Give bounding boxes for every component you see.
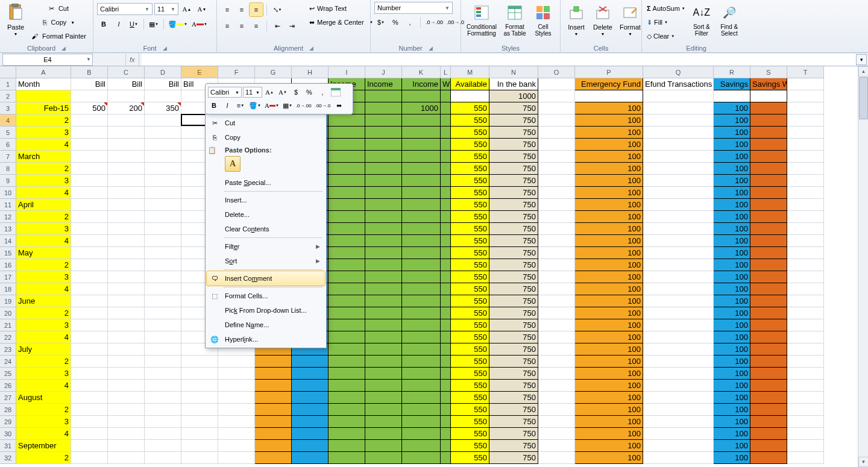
align-right-button[interactable]: ≡: [250, 19, 263, 33]
cell-P16[interactable]: 100: [575, 259, 643, 271]
cell-A22[interactable]: 4: [16, 331, 71, 343]
cell-F25[interactable]: [218, 368, 255, 380]
cell-S2[interactable]: [750, 90, 787, 102]
cell-K12[interactable]: [402, 211, 441, 223]
cell-G29[interactable]: [255, 416, 292, 428]
cell-K23[interactable]: [402, 343, 441, 356]
menu-cut[interactable]: ✂Cut: [207, 116, 325, 130]
cell-T14[interactable]: [787, 235, 824, 247]
cell-I18[interactable]: [329, 283, 365, 295]
row-header-1[interactable]: 1: [0, 78, 16, 90]
cell-K2[interactable]: [402, 90, 441, 102]
cell-T19[interactable]: [787, 295, 824, 307]
cell-S5[interactable]: [750, 127, 787, 139]
cell-N22[interactable]: 750: [489, 331, 538, 343]
cell-C29[interactable]: [108, 416, 145, 428]
col-header-S[interactable]: S: [750, 66, 787, 78]
cell-I6[interactable]: [329, 139, 365, 151]
cell-K30[interactable]: [402, 428, 441, 440]
cell-J17[interactable]: [365, 271, 402, 283]
cell-D4[interactable]: [145, 114, 181, 127]
cell-T32[interactable]: [787, 452, 824, 464]
cell-M4[interactable]: 550: [451, 114, 489, 127]
cell-O3[interactable]: [538, 102, 575, 114]
cell-P14[interactable]: 100: [575, 235, 643, 247]
cell-L31[interactable]: [441, 440, 451, 452]
cell-D2[interactable]: [145, 90, 181, 102]
cell-N3[interactable]: 750: [489, 102, 538, 114]
row-header-27[interactable]: 27: [0, 392, 16, 404]
cell-B21[interactable]: [71, 319, 108, 331]
cell-L11[interactable]: [441, 199, 451, 211]
cell-R27[interactable]: 100: [714, 392, 750, 404]
cell-Q30[interactable]: [643, 428, 714, 440]
cell-G30[interactable]: [255, 428, 292, 440]
cell-S25[interactable]: [750, 368, 787, 380]
cell-B32[interactable]: [71, 452, 108, 464]
cell-G24[interactable]: [255, 356, 292, 368]
cell-E27[interactable]: [181, 392, 218, 404]
cell-L20[interactable]: [441, 307, 451, 319]
font-color-button[interactable]: A▼: [190, 17, 209, 31]
cell-R10[interactable]: 100: [714, 187, 750, 199]
cell-T9[interactable]: [787, 175, 824, 187]
cell-B31[interactable]: [71, 440, 108, 452]
cell-Q24[interactable]: [643, 356, 714, 368]
cell-N21[interactable]: 750: [489, 319, 538, 331]
cell-B27[interactable]: [71, 392, 108, 404]
alignment-launcher[interactable]: ◢: [309, 45, 313, 51]
cell-J32[interactable]: [365, 452, 402, 464]
cell-K4[interactable]: [402, 114, 441, 127]
cell-T23[interactable]: [787, 343, 824, 356]
cell-I10[interactable]: [329, 187, 365, 199]
cell-T25[interactable]: [787, 368, 824, 380]
cell-J9[interactable]: [365, 175, 402, 187]
cell-P3[interactable]: 100: [575, 102, 643, 114]
cell-D28[interactable]: [145, 404, 181, 416]
cell-J11[interactable]: [365, 199, 402, 211]
cell-Q27[interactable]: [643, 392, 714, 404]
cell-J22[interactable]: [365, 331, 402, 343]
cell-C4[interactable]: [108, 114, 145, 127]
cell-I19[interactable]: [329, 295, 365, 307]
cell-N18[interactable]: 750: [489, 283, 538, 295]
cell-H32[interactable]: [292, 452, 329, 464]
cell-O7[interactable]: [538, 151, 575, 163]
col-header-L[interactable]: L: [441, 66, 451, 78]
cell-C1[interactable]: Bill: [108, 78, 145, 90]
cell-D20[interactable]: [145, 307, 181, 319]
cell-M32[interactable]: 550: [451, 452, 489, 464]
cell-N5[interactable]: 750: [489, 127, 538, 139]
cell-L3[interactable]: [441, 102, 451, 114]
row-header-11[interactable]: 11: [0, 199, 16, 211]
cell-A11[interactable]: April: [16, 199, 71, 211]
cell-N10[interactable]: 750: [489, 187, 538, 199]
number-launcher[interactable]: ◢: [429, 45, 433, 51]
cell-I8[interactable]: [329, 163, 365, 175]
cell-P22[interactable]: 100: [575, 331, 643, 343]
cell-J29[interactable]: [365, 416, 402, 428]
cell-R26[interactable]: 100: [714, 380, 750, 392]
scroll-down-button[interactable]: ▼: [858, 457, 868, 467]
cell-O16[interactable]: [538, 259, 575, 271]
scroll-up-button[interactable]: ▲: [858, 66, 868, 77]
cell-R6[interactable]: 100: [714, 139, 750, 151]
cell-R19[interactable]: 100: [714, 295, 750, 307]
cell-I12[interactable]: [329, 211, 365, 223]
cell-A9[interactable]: 3: [16, 175, 71, 187]
mini-dec-decimal[interactable]: .00→.0: [314, 99, 332, 111]
cell-R15[interactable]: 100: [714, 247, 750, 259]
cell-F24[interactable]: [218, 356, 255, 368]
row-header-31[interactable]: 31: [0, 440, 16, 452]
cell-A29[interactable]: 3: [16, 416, 71, 428]
cell-I25[interactable]: [329, 368, 365, 380]
col-header-E[interactable]: E: [181, 66, 218, 78]
cell-L17[interactable]: [441, 271, 451, 283]
cell-O9[interactable]: [538, 175, 575, 187]
cell-G32[interactable]: [255, 452, 292, 464]
cell-P10[interactable]: 100: [575, 187, 643, 199]
cell-C17[interactable]: [108, 271, 145, 283]
cell-A6[interactable]: 4: [16, 139, 71, 151]
col-header-B[interactable]: B: [71, 66, 108, 78]
cell-J3[interactable]: [365, 102, 402, 114]
